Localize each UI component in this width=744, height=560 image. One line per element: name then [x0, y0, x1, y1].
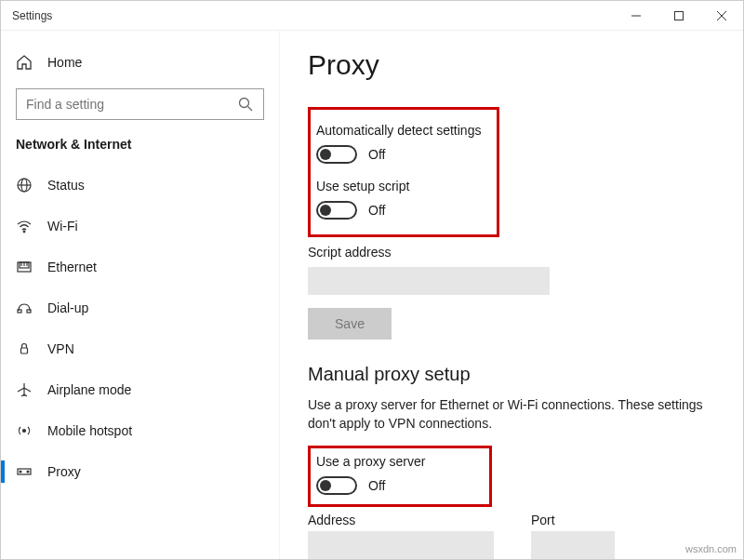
sidebar-item-airplane[interactable]: Airplane mode	[1, 369, 279, 410]
globe-icon	[16, 177, 33, 193]
use-script-label: Use setup script	[316, 179, 489, 193]
sidebar: Home Network & Internet Status Wi-Fi	[1, 31, 280, 559]
sidebar-item-label: Wi-Fi	[47, 219, 78, 233]
script-address-input[interactable]	[308, 267, 550, 295]
search-input[interactable]	[26, 97, 230, 112]
svg-rect-17	[21, 348, 28, 353]
svg-point-20	[20, 471, 21, 473]
use-proxy-toggle[interactable]	[316, 476, 357, 495]
content: Proxy Automatically detect settings Off …	[280, 31, 743, 559]
home-icon	[16, 54, 33, 71]
manual-description: Use a proxy server for Ethernet or Wi-Fi…	[308, 396, 717, 433]
use-script-state: Off	[368, 203, 385, 218]
highlight-box-auto: Automatically detect settings Off Use se…	[308, 107, 499, 237]
sidebar-item-wifi[interactable]: Wi-Fi	[1, 206, 279, 247]
sidebar-item-label: Ethernet	[47, 260, 97, 274]
maximize-button[interactable]	[658, 1, 700, 31]
svg-line-5	[248, 107, 253, 112]
auto-detect-state: Off	[368, 147, 385, 162]
minimize-button[interactable]	[615, 1, 658, 31]
page-title: Proxy	[308, 49, 734, 81]
sidebar-item-ethernet[interactable]: Ethernet	[1, 247, 279, 287]
watermark: wsxdn.com	[685, 543, 737, 554]
sidebar-item-status[interactable]: Status	[1, 165, 279, 206]
titlebar: Settings	[1, 1, 743, 31]
window-body: Home Network & Internet Status Wi-Fi	[1, 31, 743, 559]
script-address-label: Script address	[308, 245, 734, 260]
svg-point-4	[240, 99, 249, 108]
svg-rect-1	[675, 11, 684, 20]
search-icon	[237, 96, 254, 113]
ethernet-icon	[16, 259, 33, 275]
sidebar-group-header: Network & Internet	[1, 131, 279, 165]
settings-window: Settings Home	[0, 0, 744, 560]
svg-point-18	[23, 430, 26, 433]
port-input[interactable]	[531, 531, 615, 559]
close-button[interactable]	[700, 1, 743, 31]
svg-point-21	[27, 471, 29, 473]
dialup-icon	[16, 300, 33, 316]
svg-rect-15	[18, 310, 21, 313]
vpn-icon	[16, 340, 33, 357]
use-proxy-state: Off	[368, 478, 385, 493]
sidebar-item-dialup[interactable]: Dial-up	[1, 287, 279, 328]
wifi-icon	[16, 218, 33, 234]
sidebar-item-label: VPN	[47, 341, 74, 356]
airplane-icon	[16, 381, 33, 398]
sidebar-home[interactable]: Home	[1, 42, 279, 83]
sidebar-item-hotspot[interactable]: Mobile hotspot	[1, 410, 279, 451]
sidebar-item-vpn[interactable]: VPN	[1, 328, 279, 369]
hotspot-icon	[16, 422, 33, 439]
window-title: Settings	[1, 9, 52, 22]
sidebar-item-label: Status	[47, 178, 85, 193]
auto-detect-label: Automatically detect settings	[316, 123, 489, 138]
save-button[interactable]: Save	[308, 308, 392, 340]
sidebar-item-label: Airplane mode	[47, 382, 131, 397]
manual-section-title: Manual proxy setup	[308, 364, 734, 385]
svg-point-9	[23, 231, 25, 233]
window-controls	[615, 1, 743, 31]
search-box[interactable]	[16, 88, 264, 120]
svg-rect-16	[27, 310, 31, 313]
address-port-row: Address Port	[308, 513, 734, 559]
auto-detect-toggle[interactable]	[316, 145, 357, 164]
highlight-box-manual: Use a proxy server Off	[308, 446, 492, 507]
sidebar-item-label: Proxy	[47, 464, 81, 479]
sidebar-item-proxy[interactable]: Proxy	[1, 451, 279, 492]
proxy-icon	[16, 463, 33, 480]
sidebar-item-label: Dial-up	[47, 300, 88, 315]
sidebar-item-label: Mobile hotspot	[47, 423, 132, 438]
use-proxy-label: Use a proxy server	[316, 454, 482, 469]
address-label: Address	[308, 513, 494, 527]
address-input[interactable]	[308, 531, 494, 559]
sidebar-home-label: Home	[47, 55, 82, 70]
use-script-toggle[interactable]	[316, 201, 357, 220]
port-label: Port	[531, 513, 615, 527]
